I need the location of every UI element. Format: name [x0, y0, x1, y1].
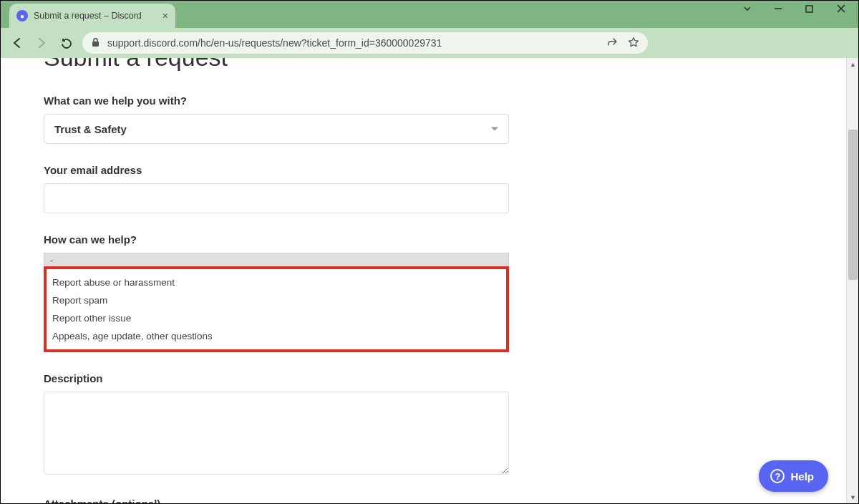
email-input[interactable]: [44, 183, 509, 213]
reload-button[interactable]: [58, 35, 74, 51]
how-help-option[interactable]: Report spam: [47, 291, 506, 309]
tab-title: Submit a request – Discord: [34, 11, 157, 21]
what-help-value: Trust & Safety: [54, 123, 127, 135]
tabs-dropdown-icon[interactable]: [742, 4, 759, 14]
browser-tab[interactable]: ● Submit a request – Discord ×: [9, 4, 175, 28]
bookmark-star-icon[interactable]: [628, 37, 639, 50]
chevron-down-icon: [491, 127, 498, 131]
how-help-option[interactable]: Report abuse or harassment: [47, 273, 506, 291]
email-label: Your email address: [44, 164, 815, 176]
share-icon[interactable]: [606, 37, 618, 50]
close-tab-icon[interactable]: ×: [162, 10, 168, 21]
how-help-option[interactable]: Report other issue: [47, 309, 506, 327]
address-actions: [606, 37, 639, 50]
how-help-select[interactable]: - Report abuse or harassment Report spam…: [44, 253, 509, 352]
how-help-label: How can we help?: [44, 233, 815, 246]
what-help-select[interactable]: Trust & Safety: [44, 114, 509, 144]
browser-toolbar: support.discord.com/hc/en-us/requests/ne…: [1, 28, 858, 58]
how-help-options-list: Report abuse or harassment Report spam R…: [44, 266, 509, 352]
help-widget-button[interactable]: ? Help: [759, 460, 828, 492]
browser-chrome: ● Submit a request – Discord × support.d…: [1, 1, 858, 58]
vertical-scrollbar[interactable]: ▲ ▼: [846, 58, 858, 503]
scroll-thumb[interactable]: [848, 130, 858, 280]
scroll-up-arrow-icon[interactable]: ▲: [847, 58, 858, 70]
lock-icon: [91, 37, 100, 49]
maximize-button[interactable]: [805, 5, 822, 13]
back-button[interactable]: [9, 35, 25, 51]
discord-favicon-icon: ●: [16, 10, 28, 21]
minimize-button[interactable]: [774, 4, 791, 13]
how-help-selected[interactable]: -: [44, 253, 509, 267]
address-bar[interactable]: support.discord.com/hc/en-us/requests/ne…: [82, 32, 648, 54]
forward-button[interactable]: [34, 35, 49, 51]
description-textarea[interactable]: [44, 392, 509, 475]
svg-rect-4: [92, 42, 99, 47]
description-label: Description: [44, 372, 815, 384]
tab-strip: ● Submit a request – Discord ×: [1, 1, 858, 28]
page-title: Submit a request: [44, 58, 815, 72]
how-help-option[interactable]: Appeals, age update, other questions: [47, 327, 506, 345]
svg-rect-1: [806, 6, 812, 12]
what-help-label: What can we help you with?: [44, 94, 815, 107]
url-text: support.discord.com/hc/en-us/requests/ne…: [107, 37, 599, 49]
window-controls: [742, 4, 854, 14]
close-window-button[interactable]: [837, 4, 854, 13]
attachments-label: Attachments (optional): [44, 498, 815, 503]
page-viewport: Submit a request What can we help you wi…: [1, 58, 858, 503]
help-question-icon: ?: [770, 469, 785, 483]
scroll-down-arrow-icon[interactable]: ▼: [847, 491, 858, 503]
help-widget-label: Help: [790, 470, 814, 483]
page-content: Submit a request What can we help you wi…: [1, 58, 858, 503]
